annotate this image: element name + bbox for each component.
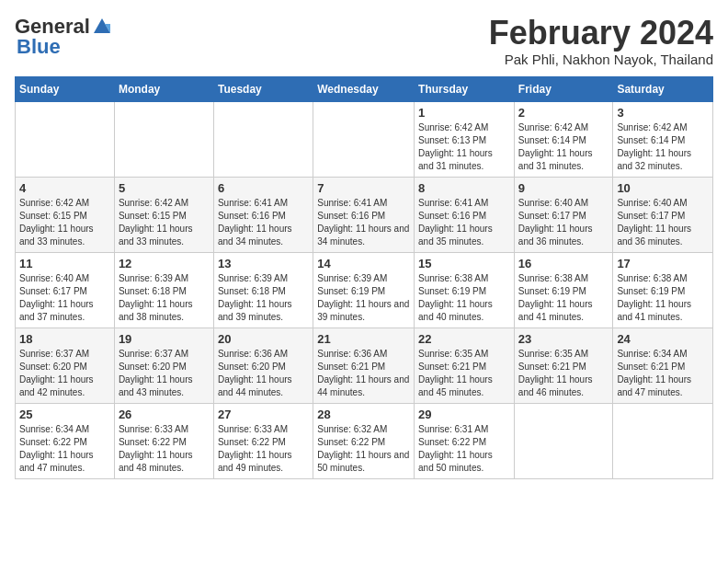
day-number: 7: [317, 181, 410, 195]
day-info: Sunrise: 6:36 AMSunset: 6:21 PMDaylight:…: [317, 348, 410, 399]
day-info: Sunrise: 6:39 AMSunset: 6:18 PMDaylight:…: [218, 272, 309, 324]
day-number: 28: [317, 408, 410, 421]
day-number: 25: [19, 408, 110, 421]
day-info: Sunrise: 6:34 AMSunset: 6:21 PMDaylight:…: [617, 348, 709, 399]
calendar-cell: 23Sunrise: 6:35 AMSunset: 6:21 PMDayligh…: [514, 327, 613, 403]
day-info: Sunrise: 6:35 AMSunset: 6:21 PMDaylight:…: [418, 348, 510, 399]
calendar-cell: 24Sunrise: 6:34 AMSunset: 6:21 PMDayligh…: [613, 327, 713, 403]
calendar-cell: 15Sunrise: 6:38 AMSunset: 6:19 PMDayligh…: [415, 252, 515, 327]
calendar-cell: 12Sunrise: 6:39 AMSunset: 6:18 PMDayligh…: [114, 252, 213, 327]
day-info: Sunrise: 6:42 AMSunset: 6:15 PMDaylight:…: [19, 197, 110, 248]
header-monday: Monday: [114, 76, 213, 101]
calendar-cell: [16, 101, 115, 177]
day-number: 26: [119, 408, 210, 421]
day-info: Sunrise: 6:38 AMSunset: 6:19 PMDaylight:…: [617, 272, 709, 324]
calendar-cell: 7Sunrise: 6:41 AMSunset: 6:16 PMDaylight…: [313, 177, 415, 252]
day-number: 20: [218, 332, 309, 346]
day-number: 11: [19, 257, 110, 270]
day-number: 16: [518, 257, 609, 270]
calendar-cell: [213, 101, 313, 177]
day-info: Sunrise: 6:42 AMSunset: 6:14 PMDaylight:…: [518, 121, 609, 173]
title-section: February 2024 Pak Phli, Nakhon Nayok, Th…: [489, 15, 713, 67]
page-header: General Blue February 2024 Pak Phli, Nak…: [15, 15, 713, 67]
day-info: Sunrise: 6:42 AMSunset: 6:13 PMDaylight:…: [418, 121, 510, 173]
calendar-cell: 16Sunrise: 6:38 AMSunset: 6:19 PMDayligh…: [514, 252, 613, 327]
day-info: Sunrise: 6:41 AMSunset: 6:16 PMDaylight:…: [418, 197, 510, 248]
calendar-cell: 1Sunrise: 6:42 AMSunset: 6:13 PMDaylight…: [415, 101, 515, 177]
day-number: 10: [617, 181, 709, 195]
day-info: Sunrise: 6:42 AMSunset: 6:15 PMDaylight:…: [119, 197, 210, 248]
logo-blue: Blue: [15, 35, 61, 59]
calendar-cell: 28Sunrise: 6:32 AMSunset: 6:22 PMDayligh…: [313, 403, 415, 478]
day-number: 18: [19, 332, 110, 346]
day-number: 13: [218, 257, 309, 270]
calendar-cell: 29Sunrise: 6:31 AMSunset: 6:22 PMDayligh…: [415, 403, 515, 478]
day-number: 21: [317, 332, 410, 346]
day-info: Sunrise: 6:37 AMSunset: 6:20 PMDaylight:…: [19, 348, 110, 399]
day-info: Sunrise: 6:39 AMSunset: 6:19 PMDaylight:…: [317, 272, 410, 324]
day-info: Sunrise: 6:38 AMSunset: 6:19 PMDaylight:…: [418, 272, 510, 324]
day-info: Sunrise: 6:33 AMSunset: 6:22 PMDaylight:…: [218, 423, 309, 475]
calendar-cell: 25Sunrise: 6:34 AMSunset: 6:22 PMDayligh…: [16, 403, 115, 478]
day-number: 15: [418, 257, 510, 270]
calendar-cell: 4Sunrise: 6:42 AMSunset: 6:15 PMDaylight…: [16, 177, 115, 252]
day-info: Sunrise: 6:41 AMSunset: 6:16 PMDaylight:…: [218, 197, 309, 248]
calendar-header-row: SundayMondayTuesdayWednesdayThursdayFrid…: [16, 76, 713, 101]
calendar-cell: 27Sunrise: 6:33 AMSunset: 6:22 PMDayligh…: [213, 403, 313, 478]
calendar-week-row: 25Sunrise: 6:34 AMSunset: 6:22 PMDayligh…: [16, 403, 713, 478]
header-friday: Friday: [514, 76, 613, 101]
calendar-cell: 17Sunrise: 6:38 AMSunset: 6:19 PMDayligh…: [613, 252, 713, 327]
calendar-cell: 21Sunrise: 6:36 AMSunset: 6:21 PMDayligh…: [313, 327, 415, 403]
day-info: Sunrise: 6:39 AMSunset: 6:18 PMDaylight:…: [119, 272, 210, 324]
calendar-week-row: 11Sunrise: 6:40 AMSunset: 6:17 PMDayligh…: [16, 252, 713, 327]
calendar-cell: [114, 101, 213, 177]
day-info: Sunrise: 6:31 AMSunset: 6:22 PMDaylight:…: [418, 423, 510, 475]
day-number: 9: [518, 181, 609, 195]
calendar-week-row: 18Sunrise: 6:37 AMSunset: 6:20 PMDayligh…: [16, 327, 713, 403]
header-saturday: Saturday: [613, 76, 713, 101]
day-info: Sunrise: 6:32 AMSunset: 6:22 PMDaylight:…: [317, 423, 410, 475]
header-tuesday: Tuesday: [213, 76, 313, 101]
day-info: Sunrise: 6:37 AMSunset: 6:20 PMDaylight:…: [119, 348, 210, 399]
day-number: 12: [119, 257, 210, 270]
calendar-cell: 13Sunrise: 6:39 AMSunset: 6:18 PMDayligh…: [213, 252, 313, 327]
day-number: 8: [418, 181, 510, 195]
calendar-week-row: 1Sunrise: 6:42 AMSunset: 6:13 PMDaylight…: [16, 101, 713, 177]
calendar-cell: 6Sunrise: 6:41 AMSunset: 6:16 PMDaylight…: [213, 177, 313, 252]
calendar-cell: 3Sunrise: 6:42 AMSunset: 6:14 PMDaylight…: [613, 101, 713, 177]
day-number: 4: [19, 181, 110, 195]
day-number: 24: [617, 332, 709, 346]
header-thursday: Thursday: [415, 76, 515, 101]
location-subtitle: Pak Phli, Nakhon Nayok, Thailand: [489, 52, 713, 67]
logo: General Blue: [15, 15, 112, 59]
calendar-cell: 14Sunrise: 6:39 AMSunset: 6:19 PMDayligh…: [313, 252, 415, 327]
day-number: 14: [317, 257, 410, 270]
calendar-cell: [613, 403, 713, 478]
day-number: 27: [218, 408, 309, 421]
calendar-cell: 19Sunrise: 6:37 AMSunset: 6:20 PMDayligh…: [114, 327, 213, 403]
day-info: Sunrise: 6:40 AMSunset: 6:17 PMDaylight:…: [518, 197, 609, 248]
calendar-cell: [514, 403, 613, 478]
day-number: 23: [518, 332, 609, 346]
day-number: 3: [617, 106, 709, 120]
day-number: 1: [418, 106, 510, 120]
calendar-cell: 10Sunrise: 6:40 AMSunset: 6:17 PMDayligh…: [613, 177, 713, 252]
header-wednesday: Wednesday: [313, 76, 415, 101]
month-title: February 2024: [489, 15, 713, 52]
calendar-cell: 26Sunrise: 6:33 AMSunset: 6:22 PMDayligh…: [114, 403, 213, 478]
day-info: Sunrise: 6:40 AMSunset: 6:17 PMDaylight:…: [617, 197, 709, 248]
calendar-cell: 11Sunrise: 6:40 AMSunset: 6:17 PMDayligh…: [16, 252, 115, 327]
day-number: 5: [119, 181, 210, 195]
calendar-week-row: 4Sunrise: 6:42 AMSunset: 6:15 PMDaylight…: [16, 177, 713, 252]
calendar-cell: [313, 101, 415, 177]
day-number: 22: [418, 332, 510, 346]
day-info: Sunrise: 6:34 AMSunset: 6:22 PMDaylight:…: [19, 423, 110, 475]
day-info: Sunrise: 6:33 AMSunset: 6:22 PMDaylight:…: [119, 423, 210, 475]
day-number: 29: [418, 408, 510, 421]
day-number: 2: [518, 106, 609, 120]
calendar-cell: 2Sunrise: 6:42 AMSunset: 6:14 PMDaylight…: [514, 101, 613, 177]
calendar-table: SundayMondayTuesdayWednesdayThursdayFrid…: [15, 76, 713, 479]
calendar-cell: 9Sunrise: 6:40 AMSunset: 6:17 PMDaylight…: [514, 177, 613, 252]
day-number: 19: [119, 332, 210, 346]
calendar-cell: 5Sunrise: 6:42 AMSunset: 6:15 PMDaylight…: [114, 177, 213, 252]
